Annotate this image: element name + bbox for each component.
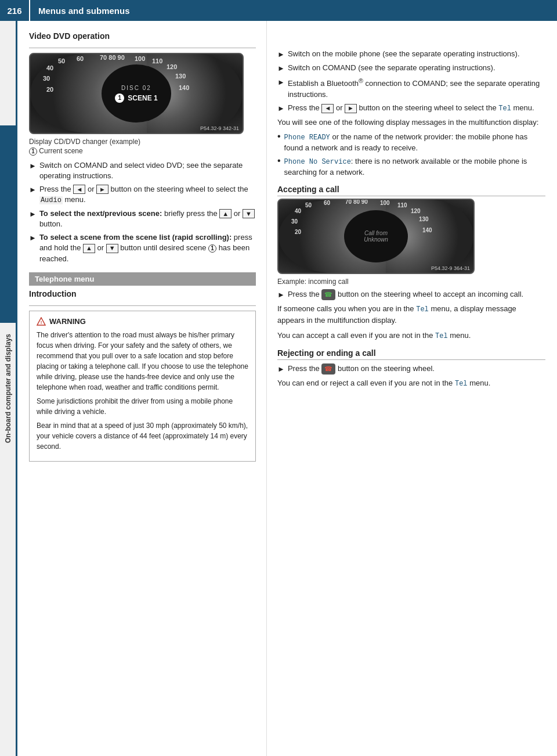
header-bar: 216 Menus and submenus (0, 0, 557, 21)
list-item: • Phone READY or the name of the network… (277, 132, 545, 153)
phone-reject-icon: ☎ (321, 363, 335, 375)
list-item: ► Press the ◄ or ► button on the steerin… (277, 103, 545, 114)
video-dvd-section: Video DVD operation 20 30 40 50 60 70 80… (29, 31, 256, 264)
header-title: Menus and submenus (30, 6, 130, 16)
warning-triangle-icon: ! (37, 317, 46, 326)
arrow-icon: ► (29, 233, 37, 243)
sidebar-label-text: On-board computer and displays (4, 334, 12, 443)
cluster-image-call: 20 30 40 50 60 70 80 90 100 110 120 130 … (277, 199, 475, 274)
phone-ready-code: Phone READY (284, 134, 330, 142)
arrow-icon: ► (29, 185, 37, 195)
dvd-bullet-list: ► Switch on COMAND and select video DVD;… (29, 160, 256, 264)
warning-para-3: Bear in mind that at a speed of just 30 … (37, 420, 248, 452)
accepting-call-para1: If someone calls you when you are in the… (277, 303, 545, 326)
rejecting-call-para: You can end or reject a call even if you… (277, 377, 545, 389)
display-messages: • Phone READY or the name of the network… (277, 132, 545, 178)
warning-para-2: Some jurisdictions prohibit the driver f… (37, 396, 248, 417)
warning-box: ! WARNING The driver's attention to the … (29, 311, 256, 462)
accepting-call-title: Accepting a call (277, 185, 545, 196)
cluster-center-call: Call from Unknown (344, 210, 408, 262)
svg-text:!: ! (41, 320, 42, 325)
call-from-text: Call from (364, 230, 388, 236)
main-layout: On-board computer and displays Video DVD… (0, 21, 557, 756)
right-btn: ► (96, 185, 108, 194)
warning-title: ! WARNING (37, 317, 248, 326)
arrow-icon: ► (277, 103, 285, 114)
cluster-ref-dvd: P54.32-9 342-31 (200, 125, 239, 131)
phone-no-service-code: Phone No Service (284, 158, 351, 166)
warning-text: The driver's attention to the road must … (37, 330, 248, 452)
display-msg-intro: You will see one of the following displa… (277, 117, 545, 128)
tel-mono-3: Tel (435, 332, 448, 340)
left-btn: ◄ (73, 185, 85, 194)
video-dvd-title: Video DVD operation (29, 31, 256, 41)
sidebar-highlight (0, 125, 16, 323)
arrow-icon: ► (277, 49, 285, 60)
left-btn-r: ◄ (321, 104, 334, 113)
down-btn2: ▼ (106, 244, 118, 253)
list-item: ► To select a scene from the scene list … (29, 232, 256, 264)
cluster-center: DISC 02 1 SCENE 1 (102, 64, 171, 123)
list-item: ► Press the ☎ button on the steering whe… (277, 363, 545, 375)
circle-1: 1 (29, 147, 37, 156)
rejecting-call-bullets: ► Press the ☎ button on the steering whe… (277, 363, 545, 375)
right-column: ► Switch on the mobile phone (see the se… (267, 21, 557, 756)
list-item: ► Establish a Bluetooth® connection to C… (277, 77, 545, 100)
accepting-call-section: Accepting a call 20 30 40 50 60 70 80 90… (277, 185, 545, 341)
list-item: ► Switch on COMAND and select video DVD;… (29, 160, 256, 181)
up-btn: ▲ (219, 209, 232, 218)
dot-bullet-1: • (277, 132, 281, 141)
cluster-image-dvd: 20 30 40 50 60 70 80 90 100 110 120 130 … (29, 53, 244, 134)
scene-label: 1 SCENE 1 (115, 93, 157, 103)
telephone-menu-section: Telephone menu Introduction ! WARNING (29, 272, 256, 462)
list-item: ► Switch on the mobile phone (see the se… (277, 49, 545, 60)
tel-mono-2: Tel (416, 305, 429, 314)
unknown-text: Unknown (364, 236, 388, 243)
accepting-call-para2: You can accept a call even if you are no… (277, 330, 545, 341)
list-item: ► To select the next/previous scene: bri… (29, 208, 256, 229)
warning-para-1: The driver's attention to the road must … (37, 330, 248, 393)
right-btn-r: ► (345, 104, 357, 113)
tel-mono-4: Tel (455, 380, 468, 388)
accepting-call-bullets: ► Press the ☎ button on the steering whe… (277, 289, 545, 300)
disc-label: DISC 02 (121, 85, 151, 91)
cluster-ref-call: P54.32-9 364-31 (431, 265, 470, 271)
down-btn: ▼ (243, 209, 255, 218)
left-column: Video DVD operation 20 30 40 50 60 70 80… (17, 21, 267, 756)
content-area: Video DVD operation 20 30 40 50 60 70 80… (17, 21, 557, 756)
arrow-icon: ► (29, 209, 37, 219)
audio-mono: Audio (39, 196, 63, 204)
arrow-icon: ► (277, 77, 285, 88)
arrow-icon: ► (277, 290, 285, 300)
list-item: • Phone No Service: there is no network … (277, 156, 545, 178)
phone-accept-icon: ☎ (321, 289, 335, 300)
dvd-caption1: Display CD/DVD changer (example) (29, 138, 256, 146)
scene-circle-1: 1 (115, 93, 124, 103)
up-btn2: ▲ (83, 244, 95, 253)
list-item: ► Press the ◄ or ► button on the steerin… (29, 184, 256, 206)
tel-mono: Tel (498, 105, 511, 113)
tel-menu-header: Telephone menu (29, 272, 256, 286)
page-number: 216 (0, 0, 30, 21)
arrow-icon: ► (29, 161, 37, 171)
right-bullet-list: ► Switch on the mobile phone (see the se… (277, 49, 545, 114)
list-item: ► Switch on COMAND (see the separate ope… (277, 63, 545, 74)
list-item: ► Press the ☎ button on the steering whe… (277, 289, 545, 300)
intro-title: Introduction (29, 289, 256, 298)
arrow-icon: ► (277, 63, 285, 74)
sidebar: On-board computer and displays (0, 21, 17, 756)
call-caption: Example: incoming call (277, 278, 545, 286)
rejecting-call-section: Rejecting or ending a call ► Press the ☎… (277, 348, 545, 389)
dot-bullet-2: • (277, 156, 281, 165)
dvd-caption2: 1 Current scene (29, 147, 256, 156)
arrow-icon: ► (277, 364, 285, 375)
circle-1b: 1 (208, 244, 216, 253)
rejecting-call-title: Rejecting or ending a call (277, 348, 545, 360)
